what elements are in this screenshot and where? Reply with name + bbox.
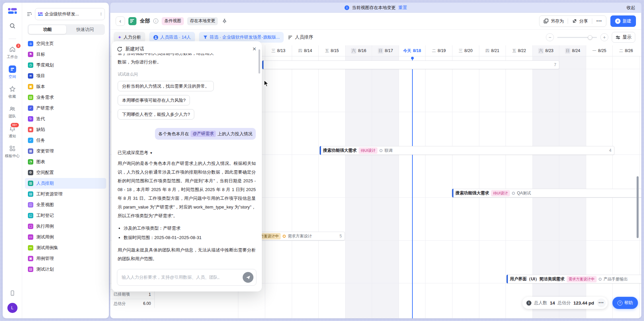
suggestion-chip[interactable]: 分析当前的人力情况，找出需要关注的异常。 bbox=[118, 81, 214, 91]
mobile-app-icon[interactable] bbox=[9, 290, 15, 297]
deep-thought-toggle[interactable]: 已完成深度思考 ▾ bbox=[118, 150, 256, 156]
sidebar-item[interactable]: ⌂ 空间主页 bbox=[25, 38, 106, 49]
sidebar-item[interactable]: ▣ 用例管理 bbox=[25, 253, 106, 264]
date-label: 8/19 bbox=[438, 48, 446, 53]
sidebar-item[interactable]: ▢ 执行用例 bbox=[25, 221, 106, 232]
chat-input[interactable]: 输入人力分析要求，支持@引用数据、人员、团队。 bbox=[117, 269, 256, 286]
collapse-banner-link[interactable]: 收起 bbox=[627, 5, 635, 11]
sidebar-item[interactable]: ◫ 全景视图 bbox=[25, 199, 106, 210]
date-label: 8/14 bbox=[304, 48, 312, 53]
sidebar-item[interactable]: ◔ 图表 bbox=[25, 156, 106, 167]
gantt-bar[interactable]: 7 bbox=[262, 60, 559, 69]
create-button[interactable]: + 新建 bbox=[610, 15, 636, 27]
collapse-sidebar-icon[interactable] bbox=[26, 11, 32, 17]
date-cell: 六 8/16 bbox=[345, 45, 372, 56]
sidebar-item-label: 工时登记 bbox=[36, 213, 54, 219]
sidebar-item[interactable]: ▥ 人员排期 bbox=[25, 178, 106, 189]
sidebar-item[interactable]: ↻ 迭代 bbox=[25, 113, 106, 124]
rail-item-workbench[interactable]: 3 工作台 bbox=[7, 46, 18, 59]
node-label: 产品手册输出 bbox=[604, 276, 628, 282]
sidebar-item-icon: ≡ bbox=[28, 73, 33, 79]
sliders-icon bbox=[615, 35, 620, 40]
sidebar-item[interactable]: ⚙ 空间配置 bbox=[25, 167, 106, 178]
sidebar-item[interactable]: ⚑ 目标 bbox=[25, 49, 106, 60]
rail-item-space[interactable]: 空间 bbox=[9, 65, 16, 79]
sidebar-item[interactable]: ▣ 版本 bbox=[25, 81, 106, 92]
zoom-in-button[interactable]: + bbox=[600, 33, 608, 41]
more-actions-button[interactable]: ••• bbox=[592, 18, 606, 24]
reset-link[interactable]: 重置 bbox=[398, 5, 407, 11]
sidebar-item[interactable]: ✓ 产研需求 bbox=[25, 103, 106, 113]
sidebar-item[interactable]: ▭ 测试用例 bbox=[25, 232, 106, 242]
rail-item-notifications[interactable]: 99+ 通知 bbox=[9, 125, 16, 139]
user-avatar[interactable]: L bbox=[7, 303, 17, 313]
send-button[interactable] bbox=[243, 272, 253, 283]
sidebar-item-icon: ◔ bbox=[28, 159, 33, 165]
close-icon[interactable]: ✕ bbox=[252, 46, 256, 52]
sidebar-item[interactable]: ▦ 变更管理 bbox=[25, 146, 106, 156]
info-icon[interactable]: i bbox=[526, 301, 531, 306]
nav-list: ⌂ 空间主页 ⚑ 目标 ◷ 季度规划 ≡ 项目 bbox=[22, 38, 109, 275]
more-stats-button[interactable]: ••• bbox=[597, 299, 606, 307]
save-as-button[interactable]: 另存为 bbox=[539, 18, 568, 24]
rail-item-team[interactable]: 团队 bbox=[9, 105, 16, 119]
zoom-slider-knob[interactable] bbox=[588, 35, 592, 40]
sidebar-item[interactable]: ≡ 项目 bbox=[25, 71, 106, 81]
pin-icon[interactable] bbox=[222, 18, 227, 24]
weekday-label: 二 bbox=[432, 48, 436, 54]
sidebar-item-icon: ✓ bbox=[28, 105, 33, 111]
ai-chat-dialog: 新建对话 ✕ 基于当前视图中的人员排期与估分数据，结合相关 数据，为你进行分析。… bbox=[112, 41, 262, 291]
suggestion-chip[interactable]: 下周哪些人有空，能投入多少人力? bbox=[118, 109, 194, 120]
search-icon[interactable] bbox=[9, 22, 16, 31]
vertical-scrollbar[interactable] bbox=[637, 176, 639, 238]
sidebar-item[interactable]: ▤ 业务需求 bbox=[25, 92, 106, 103]
sidebar-item[interactable]: ▤ 测试计划 bbox=[25, 264, 106, 275]
date-label: 8/17 bbox=[385, 48, 393, 53]
share-button[interactable]: 分享 bbox=[568, 18, 592, 24]
sidebar-item[interactable]: ▤ 工时资源管理 bbox=[25, 189, 106, 199]
sparkle-icon: ✦ bbox=[118, 35, 122, 40]
suggestion-chip[interactable]: 本周哪些事项可能存在人力风险? bbox=[118, 95, 190, 105]
rail-item-templates[interactable]: 模板中心 bbox=[5, 145, 20, 158]
help-button[interactable]: ? 帮助 bbox=[612, 297, 638, 309]
sidebar-item-icon: ▭ bbox=[28, 234, 33, 240]
gantt-bar[interactable]: 搜索功能强大需求 待UI设计 QA测试 bbox=[452, 189, 641, 197]
bell-icon: 99+ bbox=[9, 125, 16, 132]
date-label: 8/26 bbox=[625, 48, 633, 53]
space-nav: 企业级软件研发... ˄˅ 功能 快速访问 ⌂ 空间主页 ⚑ 目标 bbox=[22, 3, 109, 318]
sidebar-item[interactable]: ≔ 测试用例集 bbox=[25, 242, 106, 253]
rail-item-favorites[interactable]: 收藏 bbox=[9, 85, 16, 99]
display-settings-button[interactable]: 显示 bbox=[612, 32, 635, 43]
gantt-bar[interactable]: 搜索功能强大需求 待UI设计 联调 4 bbox=[319, 146, 614, 155]
back-button[interactable]: ‹ bbox=[116, 16, 125, 26]
date-label: 8/21 bbox=[491, 48, 499, 53]
info-icon[interactable]: i bbox=[153, 18, 158, 24]
zoom-slider[interactable] bbox=[557, 37, 597, 38]
rail-item-label: 通知 bbox=[9, 134, 16, 139]
rail-item-label: 收藏 bbox=[9, 94, 16, 99]
weekday-label: 日 bbox=[378, 48, 383, 54]
tab-features[interactable]: 功能 bbox=[29, 25, 66, 34]
node-label: 需求方案设计 bbox=[288, 233, 312, 239]
sidebar-item[interactable]: ◷ 季度规划 bbox=[25, 60, 106, 71]
sidebar-item[interactable]: ✓ 任务 bbox=[25, 135, 106, 146]
tab-quick-access[interactable]: 快速访问 bbox=[66, 25, 104, 34]
date-label: 8/13 bbox=[277, 48, 285, 53]
sidebar-item-icon: ⚑ bbox=[28, 52, 33, 57]
zoom-out-button[interactable]: − bbox=[546, 33, 554, 41]
item-count: 5 bbox=[339, 234, 342, 238]
weekday-label: 今天 bbox=[403, 48, 411, 54]
sidebar-item[interactable]: ◉ 缺陷 bbox=[25, 124, 106, 135]
total-estimate-value: 123.44 pd bbox=[573, 301, 594, 306]
date-cell: 今天 8/18 bbox=[399, 45, 426, 56]
sidebar-item-label: 执行用例 bbox=[36, 223, 54, 229]
gantt-bar[interactable]: 用户界面（UI）简洁美观需求 需求方案设计中 产品手册输出 bbox=[506, 275, 641, 283]
work-item-title: 用户界面（UI）简洁美观需求 bbox=[510, 276, 565, 282]
sidebar-item[interactable]: ◱ 工时登记 bbox=[25, 210, 106, 221]
mention-chip[interactable]: @产研需求 bbox=[191, 131, 216, 137]
weekday-label: 五 bbox=[325, 48, 329, 54]
workspace-selector[interactable]: 企业级软件研发... ˄˅ bbox=[35, 8, 105, 20]
left-panel: 3 工作台 空间 收藏 团队 99+ 通知 bbox=[3, 3, 109, 318]
dialog-scrollbar[interactable] bbox=[258, 49, 260, 74]
people-sort-button[interactable]: 人员排序 bbox=[288, 34, 313, 40]
